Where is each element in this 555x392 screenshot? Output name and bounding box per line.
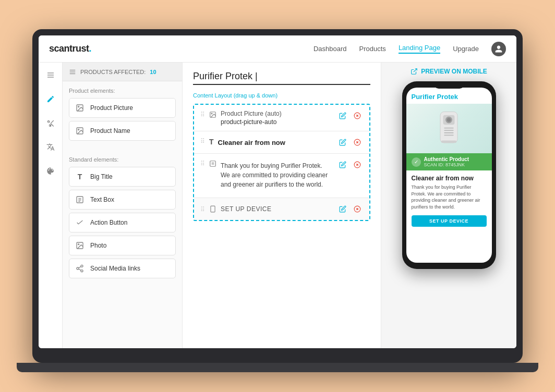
layout-image-icon-1 xyxy=(209,110,216,120)
nav-dashboard[interactable]: Dashboard xyxy=(313,45,347,53)
layout-item-textbox-body: Thank you for buying Purifier Protek. We… xyxy=(221,161,333,189)
element-product-picture-label: Product Picture xyxy=(90,104,133,112)
svg-rect-49 xyxy=(441,140,456,143)
action-button-icon xyxy=(75,217,85,228)
svg-rect-1 xyxy=(47,75,54,75)
text-box-icon xyxy=(75,194,85,205)
nav-landing-page[interactable]: Landing Page xyxy=(399,44,440,54)
nav-products[interactable]: Products xyxy=(359,45,386,53)
element-action-button[interactable]: Action Button xyxy=(69,213,176,232)
edit-btn-3[interactable] xyxy=(337,159,348,170)
content-title-input[interactable] xyxy=(193,71,370,85)
menu-icon[interactable] xyxy=(43,68,58,82)
nav-links: Dashboard Products Landing Page Upgrade xyxy=(313,42,506,56)
phone-authentic-bar: ✓ Authentic Product SCAN ID: 8745JNK xyxy=(406,153,492,170)
layout-item-title-actions xyxy=(337,137,363,148)
share-icon xyxy=(75,263,85,274)
element-photo[interactable]: Photo xyxy=(69,236,176,255)
phone-mockup: Purifier Protek xyxy=(402,81,496,269)
image-icon xyxy=(75,103,85,113)
nav-upgrade[interactable]: Upgrade xyxy=(453,45,479,53)
products-affected-count: 10 xyxy=(150,69,156,75)
element-social-media-label: Social Media links xyxy=(90,265,140,272)
drag-handle-3[interactable]: ⠿ xyxy=(200,159,205,167)
preview-label: PREVIEW ON MOBILE xyxy=(421,68,487,75)
element-text-box[interactable]: Text Box xyxy=(69,190,176,210)
brush-icon[interactable] xyxy=(43,92,58,106)
phone-product-title: Purifier Protek xyxy=(406,88,492,104)
layout-text-icon: T xyxy=(209,137,214,146)
element-product-name-label: Product Name xyxy=(90,127,130,134)
svg-rect-0 xyxy=(47,72,54,73)
topnav: scantrust. Dashboard Products Landing Pa… xyxy=(39,35,516,63)
panel-header: PRODUCTS AFFECTED: 10 xyxy=(63,63,182,81)
preview-on-mobile-button[interactable]: PREVIEW ON MOBILE xyxy=(411,68,487,75)
elements-panel: PRODUCTS AFFECTED: 10 Product elements: … xyxy=(63,63,183,348)
layout-item-setup-actions xyxy=(337,203,363,215)
layout-item-product-picture: ⠿ Product Picture (auto) product-picture… xyxy=(194,105,369,131)
svg-line-19 xyxy=(79,269,81,271)
edit-btn-4[interactable] xyxy=(337,203,348,215)
svg-rect-45 xyxy=(444,128,453,129)
element-big-title[interactable]: T Big Title xyxy=(69,167,176,187)
drag-handle-4[interactable]: ⠿ xyxy=(200,205,205,213)
edit-btn-2[interactable] xyxy=(337,137,348,148)
remove-btn-2[interactable] xyxy=(352,137,363,148)
user-avatar[interactable] xyxy=(491,42,506,56)
svg-rect-5 xyxy=(70,73,76,74)
laptop-base xyxy=(17,363,538,372)
phone-setup-btn[interactable]: SET UP DEVICE xyxy=(412,215,487,227)
layout-textbox-icon xyxy=(209,159,216,169)
svg-rect-47 xyxy=(444,132,453,133)
palette-icon[interactable] xyxy=(43,164,58,178)
layout-item-picture-actions xyxy=(337,110,363,121)
svg-rect-46 xyxy=(444,130,453,131)
remove-btn-3[interactable] xyxy=(352,159,363,170)
laptop: scantrust. Dashboard Products Landing Pa… xyxy=(32,29,523,363)
svg-line-20 xyxy=(79,266,81,268)
content-layout-label: Content Layout (drag up & down) xyxy=(193,92,370,99)
product-elements-label: Product elements: xyxy=(69,88,176,94)
authentic-text: Authentic Product SCAN ID: 8745JNK xyxy=(424,156,469,167)
edit-btn-1[interactable] xyxy=(337,110,348,121)
drag-handle-2[interactable]: ⠿ xyxy=(200,137,205,145)
element-action-button-label: Action Button xyxy=(90,219,127,226)
phone-notch xyxy=(433,81,465,89)
setup-label: SET UP DEVICE xyxy=(221,205,271,213)
svg-point-22 xyxy=(211,113,212,114)
element-social-media[interactable]: Social Media links xyxy=(69,259,176,278)
phone-content-body: Thank you for buying Purifier Protek. We… xyxy=(412,184,487,210)
drag-handle-1[interactable]: ⠿ xyxy=(200,110,205,118)
preview-panel: PREVIEW ON MOBILE Purifier Protek xyxy=(381,63,516,348)
layout-item-picture-content: Product Picture (auto) product-picture-a… xyxy=(221,110,333,126)
element-product-name[interactable]: Product Name xyxy=(69,121,176,141)
authentic-title: Authentic Product xyxy=(424,156,469,162)
standard-elements-label: Standard elements: xyxy=(69,156,176,163)
sidebar-icons xyxy=(39,63,63,348)
phone-screen: Purifier Protek xyxy=(406,88,492,263)
scissors-icon[interactable] xyxy=(43,116,58,130)
logo: scantrust. xyxy=(49,43,91,54)
setup-icon xyxy=(209,204,216,214)
element-text-box-label: Text Box xyxy=(90,196,114,203)
remove-btn-1[interactable] xyxy=(352,110,363,121)
element-product-picture[interactable]: Product Picture xyxy=(69,98,176,118)
standard-elements-section: Standard elements: T Big Title Text Box xyxy=(63,150,182,288)
layout-item-title-text: Cleaner air from now xyxy=(218,139,333,146)
scan-id: SCAN ID: 8745JNK xyxy=(424,162,469,167)
translate-icon[interactable] xyxy=(43,140,58,154)
svg-point-7 xyxy=(78,106,79,107)
remove-btn-4[interactable] xyxy=(352,203,363,215)
layout-item-textbox-actions xyxy=(337,159,363,170)
layout-item-textbox-content: Thank you for buying Purifier Protek. We… xyxy=(221,159,333,189)
layout-item-setup: ⠿ SET UP DEVICE xyxy=(194,198,369,220)
photo-icon xyxy=(75,240,85,251)
svg-rect-3 xyxy=(70,69,76,70)
svg-line-40 xyxy=(414,69,417,72)
layout-item-title-content: Cleaner air from now xyxy=(218,137,333,146)
phone-content-title: Cleaner air from now xyxy=(412,175,487,182)
layout-item-picture-subtitle: product-picture-auto xyxy=(221,118,333,126)
product-elements-section: Product elements: Product Picture Produc… xyxy=(63,81,182,150)
main-content: PRODUCTS AFFECTED: 10 Product elements: … xyxy=(39,63,516,348)
svg-point-16 xyxy=(81,265,83,267)
